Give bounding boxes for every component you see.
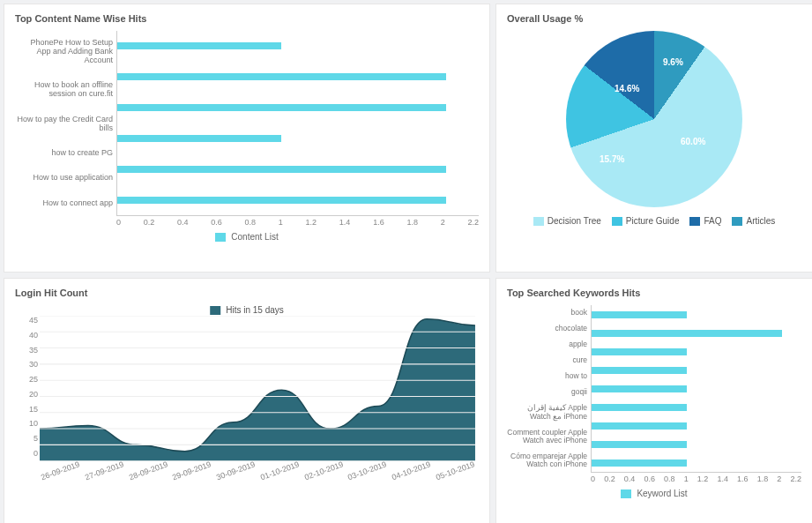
x-tick: 1.8 [757,474,769,483]
legend-swatch [689,217,700,226]
pie-legend-item: Picture Guide [612,216,680,226]
bar [117,73,446,80]
bar [117,42,281,49]
keywords-chart: bookchocolateapplecurehow togoqiiكيفية إ… [507,305,801,498]
x-tick: 0.4 [624,474,636,483]
legend-swatch [533,217,544,226]
login-hit-title: Login Hit Count [15,288,479,298]
bar [592,311,687,318]
x-tick: 2 [777,474,781,483]
bar-category-label: PhonePe How to Setup App and Adding Bank… [15,39,116,65]
legend-swatch [215,233,226,242]
x-tick: 0.8 [664,474,675,483]
bar-category-label: How to pay the Credit Card bills [15,116,116,133]
card-login-hit: Login Hit Count Hits in 15 days 45403530… [4,278,490,523]
x-tick: 0.2 [604,474,615,483]
x-tick: 1 [279,218,283,227]
x-tick: 0.6 [644,474,655,483]
x-tick: 2.2 [467,218,479,227]
y-tick: 5 [15,434,38,443]
login-hit-legend: Hits in 15 days [210,305,284,315]
bar [592,459,687,467]
pie-slice-label: 15.7% [600,154,624,164]
y-tick: 0 [15,449,38,458]
y-tick: 45 [15,316,38,325]
x-tick: 1.2 [697,474,709,483]
y-tick: 25 [15,375,38,384]
keywords-legend: Keyword List [507,489,801,498]
bar [117,135,281,142]
bar [592,441,687,448]
x-tick: 1.2 [306,218,317,227]
bar [117,166,446,173]
x-tick: 2 [441,218,445,227]
bar-category-label: How to use application [15,174,116,183]
overall-usage-legend: Decision TreePicture GuideFAQArticles [507,216,801,226]
bar-category-label: How to connect app [15,199,116,208]
y-tick: 15 [15,405,38,414]
bar [592,367,687,374]
bar [117,104,446,111]
login-hit-legend-label: Hits in 15 days [226,305,284,315]
y-tick: 10 [15,419,38,428]
legend-swatch [612,217,622,226]
login-hit-area-svg [40,316,475,461]
x-tick: 30-09-2019 [215,459,257,482]
x-tick: 26-09-2019 [40,459,81,482]
pie-legend-item: Decision Tree [533,216,601,226]
bar [592,330,782,337]
x-tick: 0.2 [144,218,155,227]
legend-swatch [732,217,742,226]
x-tick: 1.6 [737,474,749,483]
x-tick: 28-09-2019 [128,459,169,482]
top-content-legend: Content List [15,232,479,242]
bar-category-label: Comment coupler Apple Watch avec iPhone [507,429,591,445]
y-tick: 20 [15,390,38,399]
x-tick: 0.4 [177,218,189,227]
x-tick: 0.8 [245,218,257,227]
bar-category-label: book [507,309,591,317]
x-tick: 29-09-2019 [171,459,212,482]
pie-legend-label: Picture Guide [626,216,680,226]
bar [117,197,446,204]
pie-slice-label: 14.6% [615,84,639,93]
bar-category-label: goqii [507,388,591,396]
bar-category-label: apple [507,340,591,348]
pie-legend-label: Decision Tree [548,216,601,226]
pie-slice-label: 9.6% [663,57,683,67]
pie-slice-label: 60.0% [681,137,705,146]
keywords-legend-label: Keyword List [637,489,687,498]
pie-legend-label: FAQ [704,216,721,226]
x-tick: 04-10-2019 [391,459,432,482]
bar [592,404,687,411]
y-tick: 35 [15,346,38,355]
y-tick: 40 [15,331,38,340]
overall-usage-title: Overall Usage % [507,13,801,24]
bar-category-label: how to create PG [15,149,116,158]
card-overall-usage: Overall Usage % 60.0%15.7%14.6%9.6% Deci… [495,4,812,273]
top-content-legend-label: Content List [231,232,278,242]
bar-category-label: chocolate [507,325,591,332]
legend-swatch [210,306,220,315]
x-tick: 03-10-2019 [346,459,388,482]
x-tick: 0 [591,474,595,483]
bar [592,385,687,392]
top-content-chart: PhonePe How to Setup App and Adding Bank… [15,31,479,242]
bar-category-label: How to book an offline session on cure.f… [15,81,116,99]
pie-legend-label: Articles [746,216,775,226]
bar-category-label: Cómo emparejar Apple Watch con iPhone [507,452,591,469]
bar-category-label: cure [507,356,591,364]
pie-legend-item: FAQ [689,216,721,226]
x-tick: 1.4 [717,474,728,483]
x-tick: 1.6 [373,218,384,227]
bar-category-label: كيفية إقران Apple Watch مع iPhone [507,404,591,421]
top-content-title: Top Content Name Wise Hits [15,13,479,24]
pie-legend-item: Articles [732,216,775,226]
keywords-title: Top Searched Keywords Hits [507,288,801,298]
x-tick: 05-10-2019 [435,459,476,482]
x-tick: 0.6 [211,218,222,227]
bar [592,348,687,355]
card-top-content: Top Content Name Wise Hits PhonePe How t… [4,4,490,273]
bar-category-label: how to [507,372,591,380]
y-tick: 30 [15,360,38,369]
